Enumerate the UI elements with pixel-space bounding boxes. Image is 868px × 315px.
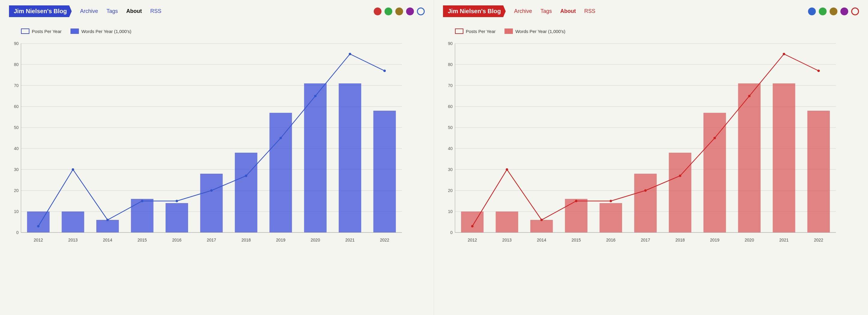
svg-rect-85	[807, 111, 830, 232]
svg-point-107	[817, 70, 820, 72]
svg-rect-79	[599, 203, 622, 232]
svg-point-52	[383, 70, 386, 72]
svg-point-46	[176, 200, 178, 202]
nav-link-about[interactable]: About	[560, 8, 576, 14]
theme-dot[interactable]	[830, 7, 837, 15]
svg-text:20: 20	[448, 188, 453, 193]
svg-rect-80	[634, 174, 656, 232]
svg-point-106	[783, 53, 785, 55]
nav-link-rss[interactable]: RSS	[150, 8, 161, 14]
svg-text:2019: 2019	[710, 238, 719, 243]
nav-link-rss[interactable]: RSS	[584, 8, 595, 14]
navbar: Jim Nielsen's Blog ArchiveTagsAboutRSS	[434, 0, 868, 23]
legend-words: Words Per Year (1,000's)	[70, 29, 131, 34]
legend-words-label: Words Per Year (1,000's)	[81, 29, 131, 34]
svg-point-99	[540, 219, 543, 221]
svg-rect-81	[669, 153, 691, 232]
theme-dot[interactable]	[384, 7, 392, 15]
legend-box-posts	[455, 29, 463, 34]
theme-dot[interactable]	[417, 7, 425, 15]
svg-point-44	[106, 219, 109, 221]
svg-point-104	[714, 137, 716, 139]
svg-point-45	[141, 200, 143, 202]
nav-link-archive[interactable]: Archive	[80, 8, 98, 14]
svg-text:0: 0	[16, 230, 19, 235]
svg-point-51	[349, 53, 351, 55]
svg-rect-29	[339, 84, 361, 232]
panel-blue: Jim Nielsen's Blog ArchiveTagsAboutRSS P…	[0, 0, 434, 315]
svg-text:80: 80	[14, 62, 19, 67]
nav-link-tags[interactable]: Tags	[106, 8, 118, 14]
svg-text:90: 90	[448, 41, 453, 46]
legend-posts: Posts Per Year	[455, 29, 495, 34]
svg-text:80: 80	[448, 62, 453, 67]
svg-point-98	[506, 168, 508, 171]
svg-text:60: 60	[14, 104, 19, 109]
svg-text:40: 40	[14, 146, 19, 151]
svg-text:2021: 2021	[779, 238, 788, 243]
nav-link-about[interactable]: About	[126, 8, 142, 14]
chart-legend: Posts Per Year Words Per Year (1,000's)	[21, 29, 425, 34]
svg-text:30: 30	[448, 167, 453, 172]
svg-text:10: 10	[448, 209, 453, 214]
legend-box-posts	[21, 29, 29, 34]
panel-red: Jim Nielsen's Blog ArchiveTagsAboutRSS P…	[434, 0, 868, 315]
svg-text:2022: 2022	[814, 238, 823, 243]
chart-container: Posts Per Year Words Per Year (1,000's) …	[434, 23, 868, 256]
svg-text:2013: 2013	[502, 238, 512, 243]
svg-point-42	[37, 225, 39, 227]
svg-point-100	[575, 200, 577, 202]
svg-point-50	[314, 95, 316, 97]
theme-dot[interactable]	[395, 7, 403, 15]
site-logo[interactable]: Jim Nielsen's Blog	[443, 5, 506, 17]
theme-dot[interactable]	[808, 7, 816, 15]
svg-text:50: 50	[448, 125, 453, 130]
svg-text:40: 40	[448, 146, 453, 151]
theme-dot[interactable]	[851, 7, 859, 15]
theme-dot[interactable]	[374, 7, 381, 15]
nav-link-archive[interactable]: Archive	[514, 8, 532, 14]
svg-rect-26	[235, 153, 257, 232]
svg-point-102	[644, 189, 647, 192]
svg-text:10: 10	[14, 209, 19, 214]
chart-legend: Posts Per Year Words Per Year (1,000's)	[455, 29, 859, 34]
legend-box-words	[504, 29, 513, 34]
legend-posts-label: Posts Per Year	[466, 29, 495, 34]
theme-dot[interactable]	[819, 7, 827, 15]
legend-words: Words Per Year (1,000's)	[504, 29, 565, 34]
svg-point-103	[679, 175, 681, 177]
svg-text:2012: 2012	[468, 238, 477, 243]
svg-text:2020: 2020	[311, 238, 320, 243]
svg-rect-27	[269, 113, 292, 232]
svg-rect-23	[131, 199, 154, 232]
svg-text:70: 70	[14, 83, 19, 88]
svg-text:2018: 2018	[676, 238, 685, 243]
nav-link-tags[interactable]: Tags	[540, 8, 552, 14]
svg-point-47	[210, 189, 213, 192]
svg-text:2015: 2015	[138, 238, 147, 243]
theme-dot[interactable]	[406, 7, 414, 15]
svg-text:2017: 2017	[207, 238, 216, 243]
legend-box-words	[70, 29, 79, 34]
svg-point-49	[280, 137, 282, 139]
svg-rect-30	[373, 111, 396, 232]
svg-text:2022: 2022	[380, 238, 389, 243]
svg-text:0: 0	[450, 230, 453, 235]
svg-text:2015: 2015	[572, 238, 581, 243]
svg-point-48	[245, 175, 247, 177]
svg-text:2019: 2019	[276, 238, 285, 243]
svg-text:60: 60	[448, 104, 453, 109]
svg-point-105	[748, 95, 750, 97]
svg-rect-24	[165, 203, 188, 232]
theme-dot[interactable]	[840, 7, 848, 15]
svg-rect-77	[530, 220, 553, 232]
site-logo[interactable]: Jim Nielsen's Blog	[9, 5, 72, 17]
svg-text:70: 70	[448, 83, 453, 88]
legend-posts-label: Posts Per Year	[32, 29, 61, 34]
svg-rect-78	[565, 199, 588, 232]
svg-text:2021: 2021	[345, 238, 354, 243]
svg-rect-76	[496, 212, 518, 232]
svg-text:20: 20	[14, 188, 19, 193]
svg-text:2020: 2020	[745, 238, 754, 243]
svg-text:2013: 2013	[68, 238, 78, 243]
